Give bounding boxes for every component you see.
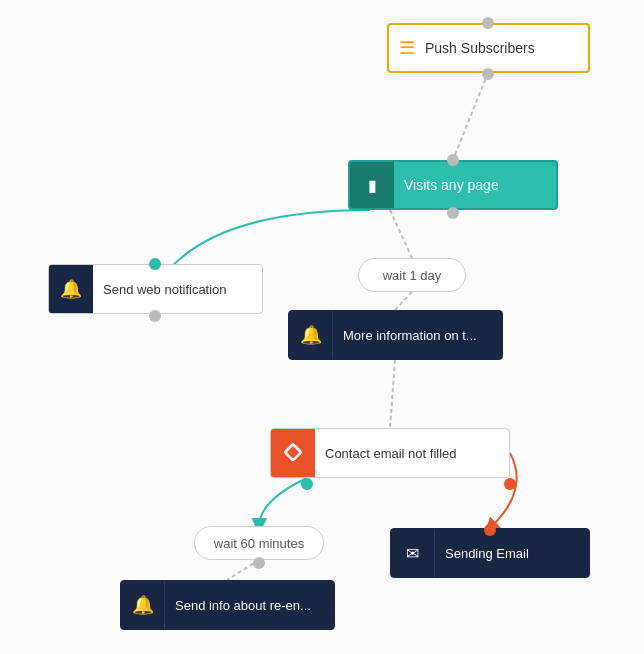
svg-line-1: [390, 210, 412, 258]
dot-contact-left: [301, 478, 313, 490]
svg-line-3: [390, 360, 395, 428]
bell-icon: 🔔: [49, 265, 93, 313]
dot-sending-email-top: [484, 524, 496, 536]
dot-contact-right: [504, 478, 516, 490]
more-information-node[interactable]: 🔔 More information on t...: [288, 310, 503, 360]
visits-any-page-label: Visits any page: [394, 177, 499, 193]
bell-icon-3: 🔔: [121, 581, 165, 629]
contact-email-label: Contact email not filled: [315, 446, 457, 461]
sending-email-label: Sending Email: [435, 546, 529, 561]
wait-1-day-node[interactable]: wait 1 day: [358, 258, 466, 292]
wait-1-day-label: wait 1 day: [383, 268, 442, 283]
contact-email-node[interactable]: Contact email not filled: [270, 428, 510, 478]
dot-push-top: [482, 17, 494, 29]
workflow-canvas: ☰ Push Subscribers ▮ Visits any page 🔔 S…: [0, 0, 644, 654]
send-web-notification-label: Send web notification: [93, 282, 227, 297]
send-web-notification-node[interactable]: 🔔 Send web notification: [48, 264, 263, 314]
dot-visits-bottom: [447, 207, 459, 219]
page-icon: ▮: [350, 162, 394, 208]
bell-icon-2: 🔔: [289, 311, 333, 359]
diamond-icon: [271, 429, 315, 477]
wait-60-minutes-label: wait 60 minutes: [214, 536, 304, 551]
dot-visits-top: [447, 154, 459, 166]
push-subscribers-label: Push Subscribers: [425, 40, 535, 56]
dot-send-web-bottom: [149, 310, 161, 322]
send-info-label: Send info about re-en...: [165, 598, 311, 613]
visits-any-page-node[interactable]: ▮ Visits any page: [348, 160, 558, 210]
svg-line-2: [395, 292, 412, 310]
more-information-label: More information on t...: [333, 328, 477, 343]
dot-wait60-bottom: [253, 557, 265, 569]
email-icon: ✉: [391, 529, 435, 577]
dot-push-bottom: [482, 68, 494, 80]
send-info-node[interactable]: 🔔 Send info about re-en...: [120, 580, 335, 630]
svg-line-0: [453, 73, 488, 160]
wait-60-minutes-node[interactable]: wait 60 minutes: [194, 526, 324, 560]
dot-send-web-top: [149, 258, 161, 270]
push-subscribers-node[interactable]: ☰ Push Subscribers: [387, 23, 590, 73]
list-icon: ☰: [389, 37, 425, 59]
